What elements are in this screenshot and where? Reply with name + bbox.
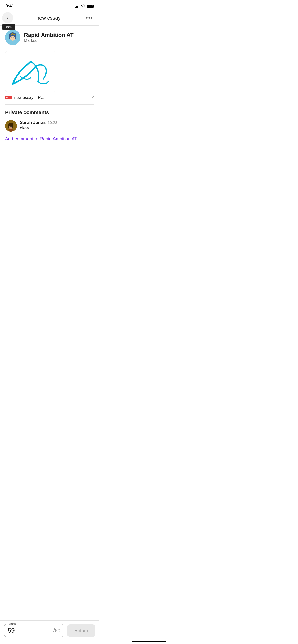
user-info: Rapid Ambition AT Marked [24, 32, 74, 43]
content-area: Rapid Ambition AT Marked PDF new essay –… [0, 26, 99, 146]
add-comment-link[interactable]: Add comment to Rapid Ambition AT [5, 136, 77, 141]
battery-icon [87, 5, 94, 8]
back-tooltip: Back [2, 24, 15, 30]
more-menu-button[interactable]: ••• [84, 13, 95, 22]
status-time: 9:41 [6, 4, 14, 9]
comment-header: Sarah Jonas 10:23 [20, 120, 57, 125]
nav-bar: ‹ Back new essay ••• [0, 10, 99, 26]
divider [5, 104, 94, 105]
svg-point-6 [12, 33, 13, 34]
pdf-thumbnail[interactable] [5, 51, 56, 92]
comment-text: okay [20, 126, 57, 131]
pdf-thumbnail-container [5, 51, 94, 92]
wifi-icon [81, 4, 86, 8]
back-circle[interactable]: ‹ [2, 12, 13, 23]
svg-rect-12 [12, 125, 13, 128]
svg-point-5 [13, 38, 14, 38]
user-row: Rapid Ambition AT Marked [5, 30, 94, 45]
comment-author: Sarah Jonas [20, 120, 46, 125]
back-button[interactable]: ‹ Back [2, 12, 13, 23]
chevron-left-icon: ‹ [7, 16, 8, 20]
close-pdf-button[interactable]: × [91, 95, 94, 100]
user-avatar [5, 30, 20, 45]
signal-icon [75, 4, 79, 8]
status-icons [75, 4, 94, 8]
svg-point-4 [11, 38, 12, 38]
user-name: Rapid Ambition AT [24, 32, 74, 38]
svg-rect-15 [9, 129, 13, 132]
private-comments-label: Private comments [5, 110, 94, 115]
comment-time: 10:23 [48, 120, 57, 125]
nav-title: new essay [13, 15, 84, 21]
svg-point-3 [10, 36, 15, 41]
avatar-image [5, 30, 20, 45]
pdf-badge: PDF [5, 96, 12, 99]
comment-avatar-image [5, 120, 17, 132]
pdf-filename[interactable]: new essay – R... [14, 95, 90, 100]
svg-rect-11 [8, 125, 9, 128]
svg-point-14 [11, 126, 12, 127]
comment-body: Sarah Jonas 10:23 okay [20, 120, 57, 131]
comment-row: Sarah Jonas 10:23 okay [5, 120, 94, 132]
user-status: Marked [24, 38, 74, 43]
comment-avatar [5, 120, 17, 132]
pdf-file-row: PDF new essay – R... × [5, 95, 94, 100]
status-bar: 9:41 [0, 0, 99, 10]
svg-point-13 [10, 126, 10, 127]
